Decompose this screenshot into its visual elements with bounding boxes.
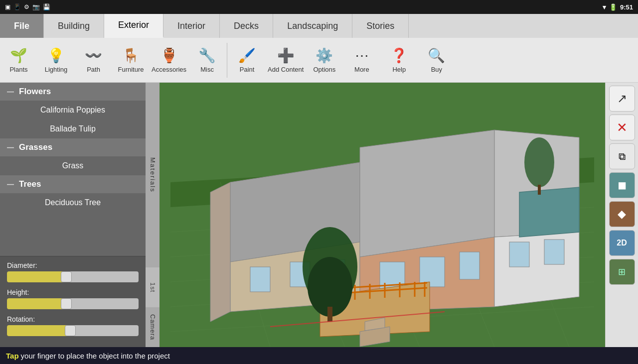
tab-bar: File Building Exterior Interior Decks La… <box>0 14 638 38</box>
icon-camera: 📷 <box>32 3 40 10</box>
svg-marker-16 <box>360 130 494 257</box>
slider-height-label: Height: <box>7 288 139 296</box>
category-flowers[interactable]: — Flowers <box>0 83 146 101</box>
clock: 9:51 <box>620 3 633 11</box>
help-icon: ❓ <box>390 47 408 64</box>
3d-view[interactable] <box>160 83 605 347</box>
cursor-button[interactable]: ↗ <box>609 86 635 112</box>
tab-landscaping[interactable]: Landscaping <box>273 14 352 38</box>
status-message: Tap your finger to place the object into… <box>0 347 638 364</box>
side-tabs: Materials 1st Camera <box>146 83 160 347</box>
right-panel: ↗ ✕ ⧉ ◼ ◆ 2D ⊞ <box>605 83 638 347</box>
tool-accessories[interactable]: 🏺 Accessories <box>150 40 188 80</box>
tab-stories[interactable]: Stories <box>352 14 409 38</box>
tool-options[interactable]: ⚙️ Options <box>306 40 343 80</box>
paint-icon: 🖌️ <box>238 47 256 64</box>
svg-marker-15 <box>210 182 230 322</box>
tool-misc[interactable]: 🔧 Misc <box>188 40 226 80</box>
tab-1st[interactable]: 1st <box>146 267 160 307</box>
slider-rotation-label: Rotation: <box>7 315 139 323</box>
category-list: — Flowers California Poppies Ballade Tul… <box>0 83 146 347</box>
left-panel: — Flowers California Poppies Ballade Tul… <box>0 83 160 347</box>
addcontent-icon: ➕ <box>277 47 295 64</box>
category-grasses[interactable]: — Grasses <box>0 138 146 156</box>
slider-diameter-thumb[interactable] <box>61 271 72 282</box>
toolbar-divider <box>227 43 227 78</box>
dash-icon: — <box>7 88 14 96</box>
2d-button[interactable]: 2D <box>609 230 635 256</box>
svg-rect-27 <box>509 242 529 267</box>
tool-lighting[interactable]: 💡 Lighting <box>37 40 75 80</box>
texture-button[interactable]: ◆ <box>609 201 635 227</box>
tool-addcontent[interactable]: ➕ Add Content <box>266 40 306 80</box>
grid-button[interactable]: ⊞ <box>609 259 635 285</box>
tool-path[interactable]: 〰️ Path <box>75 40 112 80</box>
slider-diameter-row: Diameter: <box>7 261 139 282</box>
battery-icon: 🔋 <box>609 3 617 11</box>
material-icon: ◼ <box>618 179 627 192</box>
svg-rect-23 <box>460 252 479 279</box>
tool-more[interactable]: ⋯ More <box>343 40 380 80</box>
svg-rect-46 <box>538 185 541 195</box>
tab-camera[interactable]: Camera <box>146 307 160 347</box>
tab-decks[interactable]: Decks <box>220 14 273 38</box>
item-grass[interactable]: Grass <box>0 156 146 175</box>
tool-help[interactable]: ❓ Help <box>380 40 418 80</box>
buy-icon: 🔍 <box>428 47 445 64</box>
canvas-area[interactable] <box>160 83 605 347</box>
delete-button[interactable]: ✕ <box>609 115 635 140</box>
slider-height[interactable] <box>7 298 139 309</box>
copy-icon: ⧉ <box>619 151 626 162</box>
2d-icon: 2D <box>617 239 627 247</box>
tab-building[interactable]: Building <box>44 14 104 38</box>
misc-icon: 🔧 <box>198 47 216 64</box>
plant-categories: — Flowers California Poppies Ballade Tul… <box>0 83 146 256</box>
tab-file[interactable]: File <box>0 14 44 38</box>
tool-buy[interactable]: 🔍 Buy <box>418 40 455 80</box>
main-area: — Flowers California Poppies Ballade Tul… <box>0 83 638 347</box>
tool-plants[interactable]: 🌱 Plants <box>0 40 37 80</box>
status-bar: ▣ 📱 ⚙ 📷 💾 ▾ 🔋 9:51 <box>0 0 638 14</box>
material-button[interactable]: ◼ <box>609 172 635 198</box>
svg-marker-19 <box>494 232 579 307</box>
options-icon: ⚙️ <box>316 47 333 64</box>
status-icons-right: ▾ 🔋 9:51 <box>603 3 633 11</box>
category-trees[interactable]: — Trees <box>0 175 146 193</box>
dash-icon3: — <box>7 180 14 188</box>
delete-icon: ✕ <box>617 120 628 135</box>
tab-materials[interactable]: Materials <box>146 83 160 267</box>
svg-rect-24 <box>250 267 270 292</box>
status-normal: your finger to place the object into the… <box>21 352 170 360</box>
slider-rotation-thumb[interactable] <box>65 325 76 336</box>
path-icon: 〰️ <box>85 47 102 64</box>
toolbar: 🌱 Plants 💡 Lighting 〰️ Path 🪑 Furniture … <box>0 38 638 83</box>
icon-settings: ⚙ <box>24 3 29 10</box>
svg-rect-28 <box>544 240 564 264</box>
slider-diameter[interactable] <box>7 271 139 282</box>
grid-icon: ⊞ <box>618 266 626 277</box>
slider-rotation[interactable] <box>7 325 139 336</box>
item-deciduous-tree[interactable]: Deciduous Tree <box>0 193 146 212</box>
tab-exterior[interactable]: Exterior <box>104 14 163 38</box>
status-highlight: Tap <box>6 352 19 360</box>
slider-rotation-row: Rotation: <box>7 315 139 336</box>
slider-height-thumb[interactable] <box>61 298 72 309</box>
accessories-icon: 🏺 <box>160 47 178 64</box>
cursor-icon: ↗ <box>617 92 627 106</box>
status-icons-left: ▣ 📱 ⚙ 📷 💾 <box>5 3 50 10</box>
slider-height-row: Height: <box>7 288 139 309</box>
icon-phone: 📱 <box>13 3 21 10</box>
tool-paint[interactable]: 🖌️ Paint <box>228 40 266 80</box>
copy-button[interactable]: ⧉ <box>609 143 635 169</box>
furniture-icon: 🪑 <box>122 47 140 64</box>
svg-rect-44 <box>327 307 332 322</box>
item-ballade-tulip[interactable]: Ballade Tulip <box>0 120 146 138</box>
lighting-icon: 💡 <box>47 47 65 64</box>
texture-icon: ◆ <box>618 208 626 221</box>
svg-point-45 <box>524 137 554 187</box>
dash-icon2: — <box>7 143 14 151</box>
tool-furniture[interactable]: 🪑 Furniture <box>112 40 150 80</box>
icon-monitor: ▣ <box>5 3 10 10</box>
item-california-poppies[interactable]: California Poppies <box>0 101 146 120</box>
tab-interior[interactable]: Interior <box>163 14 220 38</box>
